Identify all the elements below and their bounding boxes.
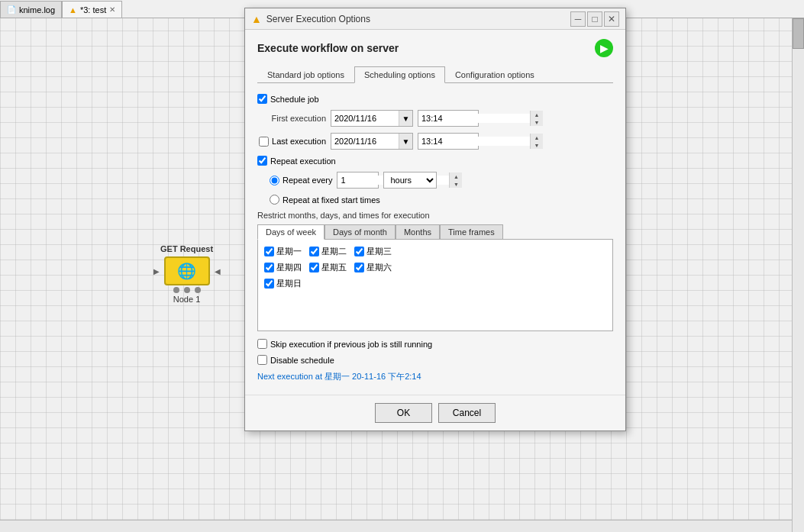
repeat-execution-checkbox[interactable]	[257, 156, 267, 166]
node-box[interactable]: ▶ 🌐 ◀	[164, 256, 210, 285]
repeat-number-down[interactable]: ▼	[450, 180, 462, 188]
run-button[interactable]: ▶	[595, 39, 613, 57]
dialog-header-row: Execute workflow on server ▶	[257, 39, 613, 57]
first-execution-label: First execution	[257, 114, 326, 123]
day-monday-label[interactable]: 星期一	[264, 246, 302, 257]
day-saturday-checkbox[interactable]	[354, 263, 364, 272]
last-execution-time-wrapper[interactable]: ▲ ▼	[418, 133, 479, 150]
repeat-unit-select[interactable]: minutes hours days weeks months	[383, 172, 437, 189]
last-execution-time-input[interactable]	[418, 137, 530, 146]
repeat-every-radio-label[interactable]: Repeat every	[270, 176, 332, 185]
tab-scheduling-options[interactable]: Scheduling options	[354, 66, 445, 83]
inner-tab-days-of-month[interactable]: Days of month	[325, 224, 396, 239]
day-sunday-label[interactable]: 星期日	[264, 278, 302, 289]
day-wednesday-checkbox[interactable]	[354, 247, 364, 256]
tab-log-label: knime.log	[19, 5, 55, 15]
first-execution-row: First execution ▼ ▲ ▼	[257, 110, 613, 127]
days-row-3: 星期日	[264, 278, 606, 289]
file-icon: 📄	[7, 5, 16, 14]
days-panel: 星期一 星期二 星期三 星期四	[257, 240, 613, 331]
cancel-button[interactable]: Cancel	[438, 403, 496, 423]
tab-test[interactable]: ▲ *3: test ✕	[62, 1, 122, 18]
inner-tab-time-frames[interactable]: Time frames	[440, 224, 503, 239]
last-execution-checkbox-label[interactable]: Last execution	[257, 137, 326, 147]
first-execution-cal-button[interactable]: ▼	[399, 111, 412, 126]
disable-schedule-label[interactable]: Disable schedule	[257, 355, 334, 365]
day-saturday-label[interactable]: 星期六	[354, 262, 392, 273]
last-execution-time-down[interactable]: ▼	[531, 141, 543, 149]
schedule-job-row: Schedule job	[257, 94, 613, 104]
first-execution-time-wrapper[interactable]: ▲ ▼	[418, 110, 479, 127]
node-port-3	[195, 287, 201, 293]
dialog-minimize-button[interactable]: ─	[570, 11, 586, 27]
last-execution-checkbox[interactable]	[259, 137, 269, 147]
last-execution-spin-btns: ▲ ▼	[530, 134, 543, 149]
scrollbar-right[interactable]	[792, 18, 804, 532]
repeat-every-radio[interactable]	[270, 176, 279, 185]
skip-execution-label[interactable]: Skip execution if previous job is still …	[257, 339, 432, 349]
dialog-maximize-button[interactable]: □	[587, 11, 602, 27]
days-row-1: 星期一 星期二 星期三	[264, 246, 606, 257]
day-friday-checkbox[interactable]	[309, 263, 319, 272]
days-row-2: 星期四 星期五 星期六	[264, 262, 606, 273]
tab-log[interactable]: 📄 knime.log	[0, 1, 62, 18]
last-execution-time-up[interactable]: ▲	[531, 134, 543, 141]
repeat-every-row: Repeat every ▲ ▼ minutes hours days week…	[270, 172, 613, 189]
dialog-tabs: Standard job options Scheduling options …	[257, 66, 613, 83]
repeat-number-spin-btns: ▲ ▼	[449, 172, 462, 188]
ok-button[interactable]: OK	[375, 403, 432, 423]
tab-test-label: *3: test	[80, 5, 106, 15]
restrict-label: Restrict months, days, and times for exe…	[257, 211, 613, 220]
skip-execution-checkbox[interactable]	[257, 339, 267, 349]
schedule-job-label[interactable]: Schedule job	[257, 94, 319, 104]
port-arrow-left: ▶	[153, 267, 160, 276]
scrollbar-thumb-right[interactable]	[793, 18, 804, 49]
dialog-main-title: Execute workflow on server	[257, 42, 399, 54]
first-execution-date-input[interactable]	[331, 114, 399, 123]
first-execution-date-wrapper[interactable]: ▼	[331, 110, 413, 127]
repeat-fixed-radio-label[interactable]: Repeat at fixed start times	[270, 195, 380, 205]
node-container: GET Request ▶ 🌐 ◀ Node 1	[160, 244, 213, 304]
last-execution-date-wrapper[interactable]: ▼	[331, 133, 413, 150]
tab-close-icon[interactable]: ✕	[109, 5, 115, 14]
first-execution-time-down[interactable]: ▼	[531, 118, 543, 126]
dialog-close-button[interactable]: ✕	[604, 11, 619, 27]
repeat-fixed-row: Repeat at fixed start times	[270, 195, 613, 205]
disable-schedule-checkbox[interactable]	[257, 355, 267, 365]
inner-tab-months[interactable]: Months	[396, 224, 440, 239]
dialog-title-text: Server Execution Options	[266, 14, 569, 24]
port-arrow-right: ◀	[215, 267, 221, 276]
dialog-title-icon: ▲	[251, 13, 262, 25]
day-sunday-checkbox[interactable]	[264, 279, 274, 289]
last-execution-date-input[interactable]	[331, 137, 399, 146]
dialog-footer: OK Cancel	[245, 395, 625, 430]
node-ports	[173, 287, 201, 293]
scrollbar-bottom[interactable]	[0, 520, 792, 532]
node-port-2	[184, 287, 190, 293]
day-thursday-label[interactable]: 星期四	[264, 262, 302, 273]
last-execution-cal-button[interactable]: ▼	[399, 134, 412, 149]
node-label-top: GET Request	[160, 244, 213, 253]
scheduling-tab-content: Schedule job First execution ▼ ▲ ▼	[257, 91, 613, 385]
dialog-titlebar: ▲ Server Execution Options ─ □ ✕	[245, 8, 625, 30]
tab-configuration-options[interactable]: Configuration options	[445, 66, 544, 82]
day-friday-label[interactable]: 星期五	[309, 262, 347, 273]
repeat-fixed-radio[interactable]	[270, 195, 279, 205]
bottom-options: Skip execution if previous job is still …	[257, 339, 613, 382]
tab-standard-job-options[interactable]: Standard job options	[257, 66, 354, 82]
repeat-number-up[interactable]: ▲	[450, 172, 462, 180]
inner-tabs: Days of week Days of month Months Time f…	[257, 224, 613, 240]
skip-execution-row: Skip execution if previous job is still …	[257, 339, 613, 349]
repeat-number-wrapper[interactable]: ▲ ▼	[337, 172, 379, 189]
schedule-job-checkbox[interactable]	[257, 94, 267, 104]
day-thursday-checkbox[interactable]	[264, 263, 274, 272]
day-tuesday-label[interactable]: 星期二	[309, 246, 347, 257]
repeat-execution-checkbox-label[interactable]: Repeat execution	[257, 156, 336, 166]
day-wednesday-label[interactable]: 星期三	[354, 246, 392, 257]
day-monday-checkbox[interactable]	[264, 247, 274, 256]
first-execution-time-input[interactable]	[418, 114, 530, 123]
day-tuesday-checkbox[interactable]	[309, 247, 319, 256]
inner-tab-days-of-week[interactable]: Days of week	[257, 224, 325, 240]
first-execution-time-up[interactable]: ▲	[531, 111, 543, 118]
dialog-server-execution: ▲ Server Execution Options ─ □ ✕ Execute…	[244, 8, 626, 431]
